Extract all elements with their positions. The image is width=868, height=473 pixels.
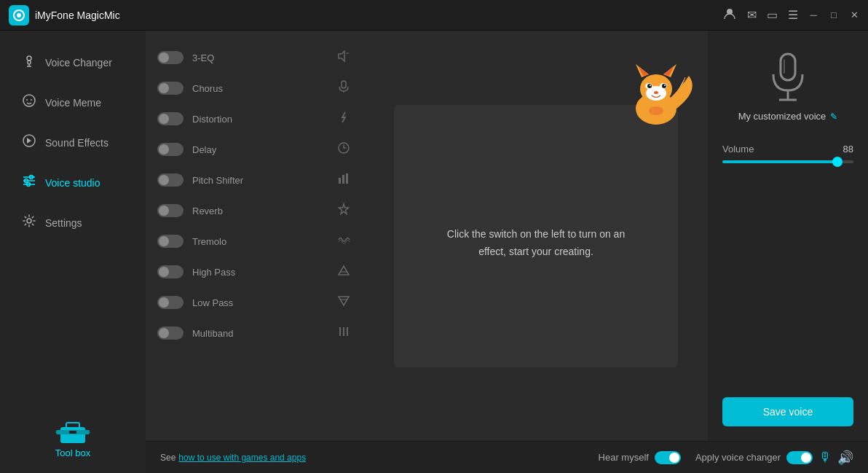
svg-point-9 xyxy=(31,99,32,101)
toggle-reverb[interactable] xyxy=(157,204,184,217)
voice-changer-label: Voice Changer xyxy=(45,57,112,69)
effect-row-delay: Delay xyxy=(146,134,364,165)
mic-icon-large xyxy=(762,52,813,103)
svg-point-48 xyxy=(662,84,666,88)
hear-myself-label: Hear myself xyxy=(599,452,649,463)
customized-voice-row: My customized voice ✎ xyxy=(738,111,838,122)
effect-name-eq3: 3-EQ xyxy=(192,52,326,63)
svg-rect-24 xyxy=(342,81,346,88)
effect-row-reverb: Reverb xyxy=(146,195,364,226)
center-panel: Click the switch on the left to turn on … xyxy=(364,31,708,441)
voice-meme-icon xyxy=(22,93,36,112)
sidebar-item-voice-studio[interactable]: Voice studio xyxy=(6,164,140,201)
mic-bottom-icon: 🎙 xyxy=(818,450,832,465)
effect-name-distortion: Distortion xyxy=(192,114,326,125)
apply-voice-changer-label: Apply voice changer xyxy=(695,452,781,463)
toolbox-button[interactable]: Tool box xyxy=(0,415,146,458)
toggle-high-pass[interactable] xyxy=(157,265,184,278)
edit-icon[interactable]: ✎ xyxy=(830,112,837,122)
customized-voice-label: My customized voice xyxy=(738,111,826,122)
fox-mascot xyxy=(620,61,693,138)
bottom-hint-text: See xyxy=(160,453,175,463)
toggle-pitch-shifter[interactable] xyxy=(157,173,184,187)
svg-marker-22 xyxy=(339,51,344,61)
effect-name-multiband: Multiband xyxy=(192,328,326,339)
bottom-controls: Hear myself Apply voice changer 🎙 🔊 xyxy=(599,450,853,466)
toggle-eq3[interactable] xyxy=(157,51,184,64)
svg-rect-18 xyxy=(60,427,85,443)
settings-label: Settings xyxy=(45,217,82,229)
effect-row-high-pass: High Pass xyxy=(146,257,364,287)
effect-row-multiband: Multiband xyxy=(146,318,364,348)
volume-header: Volume 88 xyxy=(722,144,853,155)
mail-icon[interactable]: ✉ xyxy=(747,8,757,22)
sidebar-item-voice-meme[interactable]: Voice Meme xyxy=(6,84,140,121)
effect-name-pitch-shifter: Pitch Shifter xyxy=(192,175,326,186)
effect-name-high-pass: High Pass xyxy=(192,267,326,278)
main-panels: 3-EQ Chorus Distortion Delay Pitch Shift… xyxy=(146,31,868,441)
effect-icon-delay xyxy=(335,141,352,157)
voice-studio-icon xyxy=(22,173,36,192)
sidebar-item-sound-effects[interactable]: Sound Effects xyxy=(6,124,140,161)
toggle-distortion[interactable] xyxy=(157,112,184,125)
svg-rect-21 xyxy=(69,431,76,434)
effects-panel: 3-EQ Chorus Distortion Delay Pitch Shift… xyxy=(146,31,364,441)
restore-button[interactable]: □ xyxy=(829,10,839,20)
app-title: iMyFone MagicMic xyxy=(35,9,120,21)
hint-box: Click the switch on the left to turn on … xyxy=(394,105,678,367)
content-area: 3-EQ Chorus Distortion Delay Pitch Shift… xyxy=(146,31,868,473)
menu-icon[interactable]: ☰ xyxy=(788,8,798,22)
title-bar: iMyFone MagicMic ✉ ▭ ☰ ─ □ ✕ xyxy=(0,0,868,31)
effect-row-distortion: Distortion xyxy=(146,103,364,134)
user-icon[interactable] xyxy=(722,7,737,24)
toggle-chorus[interactable] xyxy=(157,82,184,95)
hear-myself-control: Hear myself xyxy=(599,451,681,464)
effect-icon-chorus xyxy=(335,80,352,96)
effect-row-tremolo: Tremolo xyxy=(146,226,364,257)
svg-rect-29 xyxy=(346,173,348,184)
title-bar-actions: ✉ ▭ ☰ ─ □ ✕ xyxy=(722,7,859,24)
svg-marker-33 xyxy=(339,297,349,305)
toggle-low-pass[interactable] xyxy=(157,296,184,309)
effect-icon-tremolo xyxy=(335,233,352,249)
effect-name-reverb: Reverb xyxy=(192,206,326,216)
effect-row-chorus: Chorus xyxy=(146,73,364,103)
toggle-delay[interactable] xyxy=(157,143,184,156)
effect-icon-low-pass xyxy=(335,294,352,310)
logo-icon xyxy=(9,5,29,26)
svg-point-8 xyxy=(26,99,28,101)
effect-name-delay: Delay xyxy=(192,144,326,155)
effect-row-low-pass: Low Pass xyxy=(146,287,364,318)
toggle-multiband[interactable] xyxy=(157,327,184,340)
volume-thumb[interactable] xyxy=(832,157,843,167)
svg-point-49 xyxy=(650,85,651,86)
apply-voice-changer-toggle[interactable] xyxy=(786,451,813,464)
minimize-button[interactable]: ─ xyxy=(808,10,818,20)
voice-changer-icon xyxy=(22,53,36,71)
svg-point-1 xyxy=(17,13,21,17)
hear-myself-toggle[interactable] xyxy=(655,451,681,464)
save-voice-button[interactable]: Save voice xyxy=(722,397,853,426)
volume-label: Volume xyxy=(722,144,754,155)
toggle-tremolo[interactable] xyxy=(157,235,184,248)
sidebar-item-voice-changer[interactable]: Voice Changer xyxy=(6,44,140,81)
voice-meme-label: Voice Meme xyxy=(45,97,101,109)
sidebar: Voice Changer Voice Meme Sound Effects V… xyxy=(0,31,146,473)
svg-point-7 xyxy=(23,95,35,106)
apply-voice-changer-control: Apply voice changer 🎙 🔊 xyxy=(695,450,853,466)
volume-slider[interactable] xyxy=(722,160,853,163)
svg-marker-30 xyxy=(339,204,349,214)
effect-row-eq3: 3-EQ xyxy=(146,42,364,73)
svg-marker-31 xyxy=(339,266,349,275)
right-panel: My customized voice ✎ Volume 88 Save voi… xyxy=(708,31,868,441)
close-button[interactable]: ✕ xyxy=(849,10,859,20)
svg-rect-4 xyxy=(28,60,31,64)
effect-icon-pitch-shifter xyxy=(335,172,352,188)
hint-text: Click the switch on the left to turn on … xyxy=(425,211,647,275)
chat-icon[interactable]: ▭ xyxy=(767,8,778,22)
toolbox-label: Tool box xyxy=(55,447,90,458)
effect-icon-distortion xyxy=(335,111,352,127)
effects-list: 3-EQ Chorus Distortion Delay Pitch Shift… xyxy=(146,42,364,348)
sidebar-item-settings[interactable]: Settings xyxy=(6,204,140,241)
bottom-link[interactable]: how to use with games and apps xyxy=(178,453,306,463)
